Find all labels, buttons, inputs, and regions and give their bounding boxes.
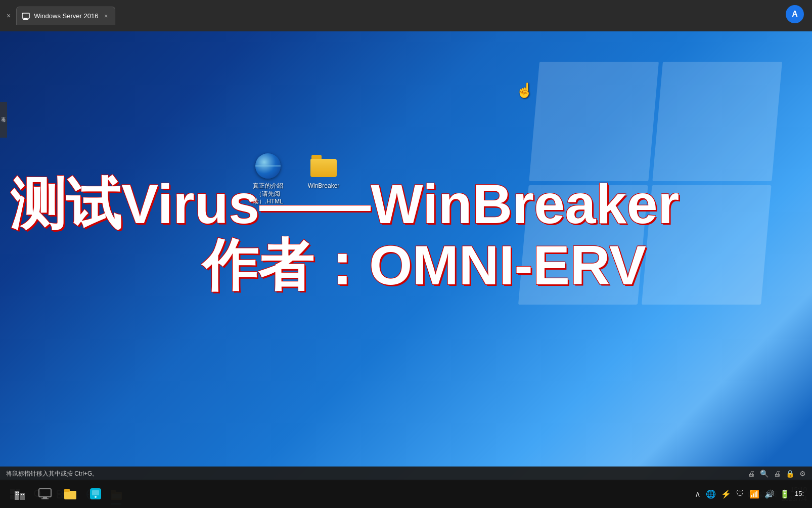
mouse-cursor: ☝ xyxy=(516,82,533,99)
svg-rect-26 xyxy=(18,494,19,495)
outer-tray-right: ∧ 🌐 ⚡ 🛡 📶 🔊 🔋 15: xyxy=(695,489,804,499)
desktop-icon-html[interactable]: 真正的介绍（请先阅读）.HTML xyxy=(248,153,288,206)
outer-app-remote[interactable] xyxy=(84,482,107,505)
watermark-overlay: 测试Virus——WinBreaker 作者：OMNI-ERV xyxy=(0,173,812,295)
svg-rect-31 xyxy=(41,498,49,499)
outer-connect-icon[interactable]: ⚡ xyxy=(721,489,731,499)
win-logo-pane-tl xyxy=(529,62,659,181)
hint-bar-right-icons: 🖨 🔍 🖨 🔒 ⚙ xyxy=(748,470,806,478)
svg-point-36 xyxy=(95,496,97,498)
tab-close-button[interactable]: × xyxy=(102,12,110,21)
zoom-icon[interactable]: 🔍 xyxy=(760,470,769,478)
hint-bar: 将鼠标指针移入其中或按 Ctrl+G。 🖨 🔍 🖨 🔒 ⚙ xyxy=(0,467,812,481)
outer-network-icon[interactable]: 🌐 xyxy=(706,489,716,499)
tab-favicon-icon xyxy=(22,12,30,20)
outer-clock[interactable]: 15: xyxy=(795,489,804,498)
windows-desktop[interactable]: 毒 真正的介绍（请先阅读）.HTML WinBreaker xyxy=(0,31,812,481)
win-logo-pane-tr xyxy=(652,62,782,181)
svg-rect-2 xyxy=(23,19,28,20)
outer-browser-taskbar: ∧ 🌐 ⚡ 🛡 📶 🔊 🔋 15: xyxy=(0,480,812,508)
watermark-line1: 测试Virus——WinBreaker xyxy=(0,173,812,234)
desktop-icons-container: 真正的介绍（请先阅读）.HTML WinBreaker xyxy=(248,153,344,206)
winbreaker-folder-label: WinBreaker xyxy=(308,182,340,190)
outer-remote-icon xyxy=(88,487,103,501)
tab-title: Windows Server 2016 xyxy=(34,12,98,20)
settings-icon[interactable]: ⚙ xyxy=(799,470,806,478)
outer-app-folder[interactable] xyxy=(59,482,82,505)
lock-icon[interactable]: 🔒 xyxy=(786,470,794,478)
html-file-label: 真正的介绍（请先阅读）.HTML xyxy=(248,182,288,206)
vm-screen: 毒 真正的介绍（请先阅读）.HTML WinBreaker xyxy=(0,31,812,508)
folder-shape xyxy=(310,155,337,177)
outer-shield-icon[interactable]: 🛡 xyxy=(736,489,744,498)
svg-rect-30 xyxy=(43,497,47,498)
outer-monitor-icon xyxy=(38,487,52,501)
outer-app-building-icon xyxy=(13,487,27,501)
svg-rect-1 xyxy=(24,18,27,19)
svg-rect-27 xyxy=(21,494,22,495)
folder-icon xyxy=(310,153,337,179)
folder-body xyxy=(310,159,337,177)
svg-rect-29 xyxy=(39,489,51,497)
tab-bar: Windows Server 2016 × xyxy=(16,7,115,25)
outer-app-monitor[interactable] xyxy=(33,482,57,505)
window-close-button[interactable]: × xyxy=(4,11,13,21)
svg-rect-23 xyxy=(16,492,17,493)
outer-battery-icon[interactable]: 🔋 xyxy=(780,489,790,499)
browser-chrome: × Windows Server 2016 × A xyxy=(0,0,812,31)
svg-rect-22 xyxy=(20,493,25,500)
svg-rect-35 xyxy=(92,490,99,495)
svg-rect-33 xyxy=(64,489,70,492)
hint-text: 将鼠标指针移入其中或按 Ctrl+G。 xyxy=(6,470,98,478)
html-file-icon xyxy=(255,153,281,179)
print2-icon[interactable]: 🖨 xyxy=(774,470,781,478)
outer-clock-time: 15: xyxy=(795,489,804,498)
left-edge-partial-item: 毒 xyxy=(0,102,7,138)
outer-chevron-icon[interactable]: ∧ xyxy=(695,489,701,499)
svg-rect-25 xyxy=(16,494,17,495)
active-tab[interactable]: Windows Server 2016 × xyxy=(16,7,115,25)
svg-rect-28 xyxy=(23,494,24,495)
outer-wifi-icon[interactable]: 📶 xyxy=(749,489,759,499)
svg-rect-32 xyxy=(64,491,76,499)
desktop-icon-winbreaker[interactable]: WinBreaker xyxy=(303,153,344,206)
outer-folder-icon xyxy=(63,487,77,501)
svg-rect-0 xyxy=(22,13,29,18)
svg-rect-24 xyxy=(18,492,19,493)
outer-app-start[interactable] xyxy=(8,482,31,505)
globe-icon xyxy=(255,153,281,179)
outer-volume-icon[interactable]: 🔊 xyxy=(764,489,775,499)
watermark-line2: 作者：OMNI-ERV xyxy=(0,234,812,295)
print-icon[interactable]: 🖨 xyxy=(748,470,755,478)
user-avatar[interactable]: A xyxy=(786,5,804,23)
